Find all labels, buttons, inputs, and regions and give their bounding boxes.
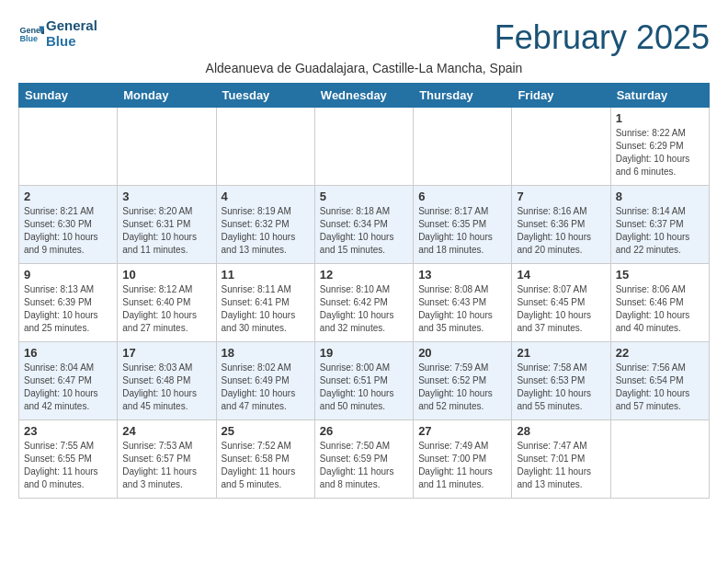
calendar-cell: 4Sunrise: 8:19 AM Sunset: 6:32 PM Daylig…	[216, 186, 314, 264]
calendar-cell: 1Sunrise: 8:22 AM Sunset: 6:29 PM Daylig…	[610, 108, 709, 186]
day-info: Sunrise: 8:18 AM Sunset: 6:34 PM Dayligh…	[320, 205, 408, 257]
page-container: General Blue General Blue February 2025 …	[0, 0, 728, 508]
calendar-cell: 23Sunrise: 7:55 AM Sunset: 6:55 PM Dayli…	[19, 420, 118, 499]
day-info: Sunrise: 8:19 AM Sunset: 6:32 PM Dayligh…	[222, 205, 310, 257]
day-info: Sunrise: 8:20 AM Sunset: 6:31 PM Dayligh…	[122, 205, 210, 257]
day-number: 3	[122, 190, 210, 203]
week-row-2: 2Sunrise: 8:21 AM Sunset: 6:30 PM Daylig…	[19, 186, 710, 264]
day-info: Sunrise: 8:21 AM Sunset: 6:30 PM Dayligh…	[24, 205, 112, 257]
weekday-header-sunday: Sunday	[19, 84, 118, 108]
day-info: Sunrise: 8:12 AM Sunset: 6:40 PM Dayligh…	[122, 283, 210, 335]
day-number: 17	[122, 346, 210, 360]
day-number: 10	[122, 268, 210, 282]
day-number: 26	[320, 424, 408, 438]
day-number: 2	[24, 190, 112, 203]
day-number: 14	[517, 268, 605, 282]
day-info: Sunrise: 7:53 AM Sunset: 6:57 PM Dayligh…	[122, 440, 210, 491]
day-info: Sunrise: 8:10 AM Sunset: 6:42 PM Dayligh…	[320, 283, 408, 335]
day-info: Sunrise: 7:55 AM Sunset: 6:55 PM Dayligh…	[24, 440, 112, 491]
day-number: 21	[517, 346, 605, 360]
day-number: 11	[222, 268, 310, 282]
day-info: Sunrise: 8:08 AM Sunset: 6:43 PM Dayligh…	[418, 283, 506, 335]
calendar-cell: 21Sunrise: 7:58 AM Sunset: 6:53 PM Dayli…	[512, 342, 610, 420]
calendar-cell	[414, 108, 512, 186]
calendar-cell	[118, 108, 216, 186]
weekday-header-tuesday: Tuesday	[216, 84, 314, 108]
day-info: Sunrise: 7:59 AM Sunset: 6:52 PM Dayligh…	[418, 362, 506, 413]
day-number: 8	[616, 190, 704, 203]
day-info: Sunrise: 8:14 AM Sunset: 6:37 PM Dayligh…	[616, 205, 704, 257]
day-number: 4	[222, 190, 310, 203]
calendar-cell: 6Sunrise: 8:17 AM Sunset: 6:35 PM Daylig…	[414, 186, 512, 264]
logo-icon: General Blue	[18, 21, 44, 47]
weekday-header-friday: Friday	[512, 84, 610, 108]
day-number: 18	[222, 346, 310, 360]
day-number: 20	[418, 346, 506, 360]
calendar-cell	[314, 108, 413, 186]
day-number: 5	[320, 190, 408, 203]
calendar-cell: 22Sunrise: 7:56 AM Sunset: 6:54 PM Dayli…	[610, 342, 709, 420]
day-info: Sunrise: 7:47 AM Sunset: 7:01 PM Dayligh…	[517, 440, 605, 491]
day-info: Sunrise: 8:04 AM Sunset: 6:47 PM Dayligh…	[24, 362, 112, 413]
week-row-5: 23Sunrise: 7:55 AM Sunset: 6:55 PM Dayli…	[19, 420, 710, 499]
weekday-header-wednesday: Wednesday	[314, 84, 413, 108]
calendar-cell: 27Sunrise: 7:49 AM Sunset: 7:00 PM Dayli…	[414, 420, 512, 499]
calendar-cell: 18Sunrise: 8:02 AM Sunset: 6:49 PM Dayli…	[216, 342, 314, 420]
day-number: 7	[517, 190, 605, 203]
calendar-cell: 17Sunrise: 8:03 AM Sunset: 6:48 PM Dayli…	[118, 342, 216, 420]
calendar-cell: 12Sunrise: 8:10 AM Sunset: 6:42 PM Dayli…	[314, 264, 413, 342]
day-info: Sunrise: 7:58 AM Sunset: 6:53 PM Dayligh…	[517, 362, 605, 413]
calendar-cell: 24Sunrise: 7:53 AM Sunset: 6:57 PM Dayli…	[118, 420, 216, 499]
calendar-cell: 19Sunrise: 8:00 AM Sunset: 6:51 PM Dayli…	[314, 342, 413, 420]
day-info: Sunrise: 7:49 AM Sunset: 7:00 PM Dayligh…	[418, 440, 506, 491]
calendar-table: SundayMondayTuesdayWednesdayThursdayFrid…	[18, 83, 710, 499]
calendar-cell: 7Sunrise: 8:16 AM Sunset: 6:36 PM Daylig…	[512, 186, 610, 264]
calendar-cell: 10Sunrise: 8:12 AM Sunset: 6:40 PM Dayli…	[118, 264, 216, 342]
day-number: 25	[222, 424, 310, 438]
day-number: 16	[24, 346, 112, 360]
day-info: Sunrise: 8:02 AM Sunset: 6:49 PM Dayligh…	[222, 362, 310, 413]
day-info: Sunrise: 8:13 AM Sunset: 6:39 PM Dayligh…	[24, 283, 112, 335]
weekday-header-monday: Monday	[118, 84, 216, 108]
calendar-cell	[19, 108, 118, 186]
logo: General Blue General Blue	[18, 18, 97, 49]
week-row-3: 9Sunrise: 8:13 AM Sunset: 6:39 PM Daylig…	[19, 264, 710, 342]
weekday-header-thursday: Thursday	[414, 84, 512, 108]
calendar-cell: 14Sunrise: 8:07 AM Sunset: 6:45 PM Dayli…	[512, 264, 610, 342]
logo-general: General	[46, 18, 97, 34]
day-info: Sunrise: 8:22 AM Sunset: 6:29 PM Dayligh…	[616, 127, 704, 178]
day-number: 1	[616, 111, 704, 125]
month-title: February 2025	[495, 18, 710, 57]
day-number: 13	[418, 268, 506, 282]
svg-text:Blue: Blue	[19, 34, 38, 43]
calendar-cell: 2Sunrise: 8:21 AM Sunset: 6:30 PM Daylig…	[19, 186, 118, 264]
day-info: Sunrise: 8:07 AM Sunset: 6:45 PM Dayligh…	[517, 283, 605, 335]
week-row-1: 1Sunrise: 8:22 AM Sunset: 6:29 PM Daylig…	[19, 108, 710, 186]
day-info: Sunrise: 7:52 AM Sunset: 6:58 PM Dayligh…	[222, 440, 310, 491]
day-number: 12	[320, 268, 408, 282]
day-info: Sunrise: 8:16 AM Sunset: 6:36 PM Dayligh…	[517, 205, 605, 257]
subtitle: Aldeanueva de Guadalajara, Castille-La M…	[18, 61, 710, 75]
day-number: 27	[418, 424, 506, 438]
calendar-cell: 9Sunrise: 8:13 AM Sunset: 6:39 PM Daylig…	[19, 264, 118, 342]
day-info: Sunrise: 7:56 AM Sunset: 6:54 PM Dayligh…	[616, 362, 704, 413]
calendar-cell	[512, 108, 610, 186]
calendar-cell: 5Sunrise: 8:18 AM Sunset: 6:34 PM Daylig…	[314, 186, 413, 264]
day-number: 24	[122, 424, 210, 438]
calendar-cell: 25Sunrise: 7:52 AM Sunset: 6:58 PM Dayli…	[216, 420, 314, 499]
day-info: Sunrise: 8:06 AM Sunset: 6:46 PM Dayligh…	[616, 283, 704, 335]
calendar-cell: 11Sunrise: 8:11 AM Sunset: 6:41 PM Dayli…	[216, 264, 314, 342]
weekday-header-saturday: Saturday	[610, 84, 709, 108]
day-info: Sunrise: 8:00 AM Sunset: 6:51 PM Dayligh…	[320, 362, 408, 413]
calendar-cell: 20Sunrise: 7:59 AM Sunset: 6:52 PM Dayli…	[414, 342, 512, 420]
calendar-cell: 8Sunrise: 8:14 AM Sunset: 6:37 PM Daylig…	[610, 186, 709, 264]
calendar-cell: 3Sunrise: 8:20 AM Sunset: 6:31 PM Daylig…	[118, 186, 216, 264]
calendar-cell: 16Sunrise: 8:04 AM Sunset: 6:47 PM Dayli…	[19, 342, 118, 420]
calendar-cell: 28Sunrise: 7:47 AM Sunset: 7:01 PM Dayli…	[512, 420, 610, 499]
calendar-cell	[610, 420, 709, 499]
day-number: 23	[24, 424, 112, 438]
day-number: 19	[320, 346, 408, 360]
calendar-cell: 15Sunrise: 8:06 AM Sunset: 6:46 PM Dayli…	[610, 264, 709, 342]
week-row-4: 16Sunrise: 8:04 AM Sunset: 6:47 PM Dayli…	[19, 342, 710, 420]
day-number: 6	[418, 190, 506, 203]
